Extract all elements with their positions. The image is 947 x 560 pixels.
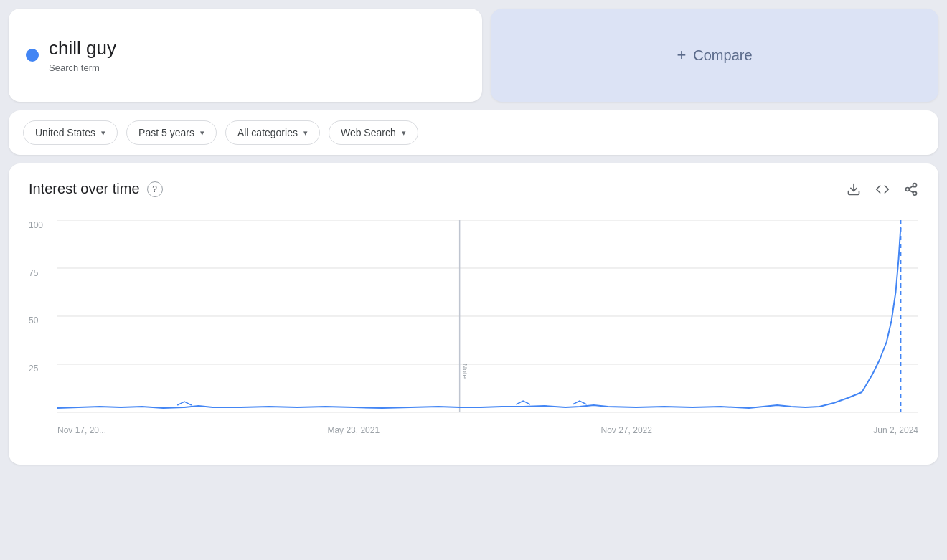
- search-term-label: Search term: [49, 62, 116, 73]
- chart-actions: [847, 182, 918, 196]
- category-filter[interactable]: All categories ▾: [225, 120, 320, 145]
- time-chevron-icon: ▾: [200, 128, 204, 138]
- compare-label: Compare: [693, 47, 752, 64]
- time-filter[interactable]: Past 5 years ▾: [126, 120, 217, 145]
- y-label-75: 75: [29, 268, 43, 278]
- download-icon[interactable]: [847, 182, 861, 196]
- chart-card: Interest over time ?: [9, 163, 938, 465]
- category-label: All categories: [237, 127, 298, 138]
- chart-svg: Note: [57, 220, 918, 414]
- region-chevron-icon: ▾: [101, 128, 105, 138]
- svg-line-5: [909, 186, 913, 188]
- region-filter[interactable]: United States ▾: [23, 120, 118, 145]
- chart-title-group: Interest over time ?: [29, 181, 163, 197]
- search-term-text: chill guy Search term: [49, 37, 116, 73]
- time-label: Past 5 years: [138, 127, 194, 138]
- chart-area: 100 75 50 25 Note: [29, 220, 918, 435]
- x-axis-labels: Nov 17, 20... May 23, 2021 Nov 27, 2022 …: [57, 425, 918, 435]
- x-label-2: May 23, 2021: [327, 425, 380, 435]
- y-label-100: 100: [29, 220, 43, 230]
- chart-header: Interest over time ?: [29, 181, 918, 197]
- x-label-3: Nov 27, 2022: [601, 425, 652, 435]
- x-label-4: Jun 2, 2024: [873, 425, 918, 435]
- compare-card[interactable]: + Compare: [491, 9, 938, 102]
- y-axis-labels: 100 75 50 25: [29, 220, 43, 414]
- svg-line-4: [909, 190, 913, 192]
- y-label-25: 25: [29, 364, 43, 374]
- search-term-card: chill guy Search term: [9, 9, 482, 102]
- compare-plus-icon: +: [677, 46, 686, 65]
- share-icon[interactable]: [904, 182, 918, 196]
- embed-icon[interactable]: [875, 182, 890, 196]
- x-label-1: Nov 17, 20...: [57, 425, 106, 435]
- search-type-chevron-icon: ▾: [402, 128, 406, 138]
- chart-title: Interest over time: [29, 181, 140, 197]
- search-type-filter[interactable]: Web Search ▾: [329, 120, 418, 145]
- help-icon[interactable]: ?: [147, 181, 163, 197]
- y-label-50: 50: [29, 315, 43, 326]
- search-type-label: Web Search: [341, 127, 396, 138]
- filters-row: United States ▾ Past 5 years ▾ All categ…: [9, 110, 938, 155]
- region-label: United States: [35, 127, 95, 138]
- svg-text:Note: Note: [461, 364, 469, 379]
- series-color-dot: [26, 49, 39, 62]
- search-term-name: chill guy: [49, 37, 116, 60]
- category-chevron-icon: ▾: [303, 128, 308, 138]
